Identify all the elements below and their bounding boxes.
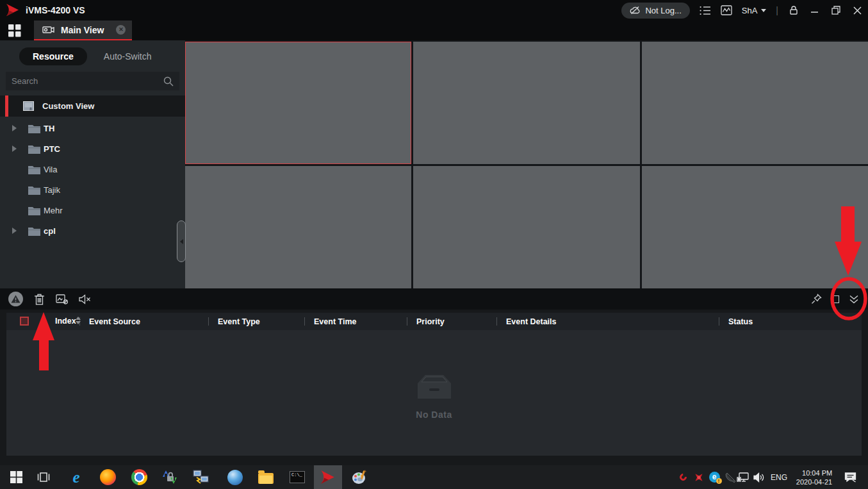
minimize-button[interactable]: [809, 4, 821, 16]
tab-close-icon[interactable]: ✕: [116, 25, 126, 35]
event-list-icon[interactable]: [700, 4, 711, 16]
col-status[interactable]: Status: [728, 317, 753, 326]
disable-picture-icon[interactable]: [56, 294, 68, 304]
tab-auto-switch[interactable]: Auto-Switch: [104, 51, 152, 62]
user-menu[interactable]: ShA: [742, 6, 767, 15]
tray-red-ring-icon[interactable]: [676, 465, 690, 489]
tray-clock[interactable]: 10:04 PM 2020-04-21: [792, 465, 837, 489]
resource-sidebar: Resource Auto-Switch Custom View: [0, 40, 185, 288]
custom-view-label: Custom View: [42, 101, 94, 111]
tab-resource[interactable]: Resource: [19, 47, 87, 65]
tab-main-view[interactable]: Main View ✕: [34, 21, 132, 40]
close-button[interactable]: [851, 4, 863, 16]
tree-item-ptc[interactable]: PTC: [0, 138, 185, 159]
event-toolbar: [0, 288, 868, 310]
col-event-type[interactable]: Event Type: [218, 317, 260, 326]
tray-language-label[interactable]: ENG: [769, 465, 789, 489]
search-icon: [163, 76, 174, 87]
tray-eset-icon[interactable]: e!: [707, 465, 722, 489]
search-input[interactable]: [12, 76, 163, 86]
tree-item-mehr[interactable]: Mehr: [0, 200, 185, 220]
video-camera-icon: [42, 25, 55, 35]
col-priority[interactable]: Priority: [416, 317, 445, 326]
event-table: Index Event Source Event Type Event Time…: [6, 313, 862, 456]
col-event-source[interactable]: Event Source: [89, 317, 140, 326]
app-logo-icon: [6, 4, 20, 17]
command-prompt-label: C:\_: [290, 471, 305, 483]
event-table-header: Index Event Source Event Type Event Time…: [6, 313, 862, 330]
tray-volume-icon[interactable]: [751, 465, 767, 489]
start-button[interactable]: [5, 465, 27, 489]
video-cell-1-selected[interactable]: [185, 42, 411, 164]
tray-red-burst-icon[interactable]: [691, 465, 707, 489]
title-bar: iVMS-4200 VS Not Log...: [0, 0, 868, 21]
mute-audio-icon[interactable]: [79, 294, 91, 304]
video-cell-4[interactable]: [185, 166, 411, 288]
collapse-panel-chevrons-icon[interactable]: [849, 295, 859, 304]
maximize-panel-icon[interactable]: [831, 295, 839, 303]
action-center-icon[interactable]: [840, 465, 860, 489]
monitor-chart-icon[interactable]: [721, 4, 732, 16]
no-data-label: No Data: [415, 410, 454, 420]
folder-icon: [28, 124, 40, 133]
windows-taskbar: e C:\_: [0, 465, 868, 489]
cloud-offline-icon: [630, 6, 641, 15]
clear-events-trash-icon[interactable]: [34, 294, 45, 305]
lock-icon[interactable]: [788, 4, 799, 16]
winbox-sphere-icon[interactable]: [224, 465, 247, 489]
video-cell-5[interactable]: [413, 166, 639, 288]
no-data-placeholder: No Data: [415, 374, 454, 420]
command-prompt-icon[interactable]: C:\_: [286, 465, 309, 489]
sidebar-item-custom-view[interactable]: Custom View: [0, 95, 185, 117]
expand-arrow-icon[interactable]: [12, 145, 17, 152]
col-index[interactable]: Index: [55, 317, 76, 326]
event-panel: Index Event Source Event Type Event Time…: [0, 288, 868, 465]
remote-computers-icon[interactable]: [190, 465, 213, 489]
tree-item-th[interactable]: TH: [0, 118, 185, 138]
expand-arrow-icon[interactable]: [12, 228, 17, 234]
ivms-taskbar-active-icon[interactable]: [314, 465, 342, 489]
restore-button[interactable]: [830, 4, 842, 16]
search-box[interactable]: [6, 72, 179, 90]
pin-panel-icon[interactable]: [811, 294, 822, 304]
folder-icon: [28, 226, 40, 236]
login-status-button[interactable]: Not Log...: [621, 3, 689, 19]
internet-explorer-icon[interactable]: e: [65, 465, 88, 489]
folder-icon: [28, 206, 40, 215]
folder-icon: [28, 165, 40, 174]
tab-main-view-label: Main View: [61, 25, 104, 35]
select-all-checkbox[interactable]: [20, 317, 29, 326]
tray-network-icon[interactable]: [735, 465, 751, 489]
firefox-icon[interactable]: [96, 465, 119, 489]
titlebar-separator: |: [776, 5, 778, 15]
chrome-icon[interactable]: [127, 465, 151, 489]
alarm-triangle-icon[interactable]: [8, 292, 23, 306]
selected-indicator: [5, 95, 8, 117]
col-event-time[interactable]: Event Time: [314, 317, 356, 326]
paint-icon[interactable]: [348, 465, 371, 489]
folder-icon: [28, 144, 40, 154]
expand-arrow-icon[interactable]: [12, 125, 17, 131]
col-event-details[interactable]: Event Details: [506, 317, 557, 326]
task-view-button[interactable]: [32, 465, 55, 489]
login-status-label: Not Log...: [645, 6, 681, 15]
collapse-arrow-icon: [180, 239, 183, 244]
custom-view-icon: [23, 101, 34, 111]
video-cell-2[interactable]: [413, 42, 639, 164]
secure-lock-app-icon[interactable]: [158, 465, 181, 489]
video-cell-6[interactable]: [642, 166, 868, 288]
tree-item-tajik[interactable]: Tajik: [0, 179, 185, 200]
modules-menu-icon[interactable]: [8, 24, 21, 37]
tree-item-vila[interactable]: Vila: [0, 159, 185, 179]
tray-date: 2020-04-21: [796, 477, 832, 486]
app-title: iVMS-4200 VS: [26, 5, 85, 15]
sidebar-collapse-handle[interactable]: [177, 220, 186, 262]
video-cell-3[interactable]: [642, 42, 868, 164]
event-table-body: No Data: [6, 330, 862, 456]
folder-icon: [28, 185, 40, 195]
file-explorer-icon[interactable]: [254, 465, 277, 489]
device-tree: TH PTC Vila Tajik Mehr: [0, 118, 185, 241]
sort-icons[interactable]: [76, 317, 81, 324]
tree-item-cpl[interactable]: cpl: [0, 220, 185, 241]
tray-time: 10:04 PM: [796, 468, 832, 477]
